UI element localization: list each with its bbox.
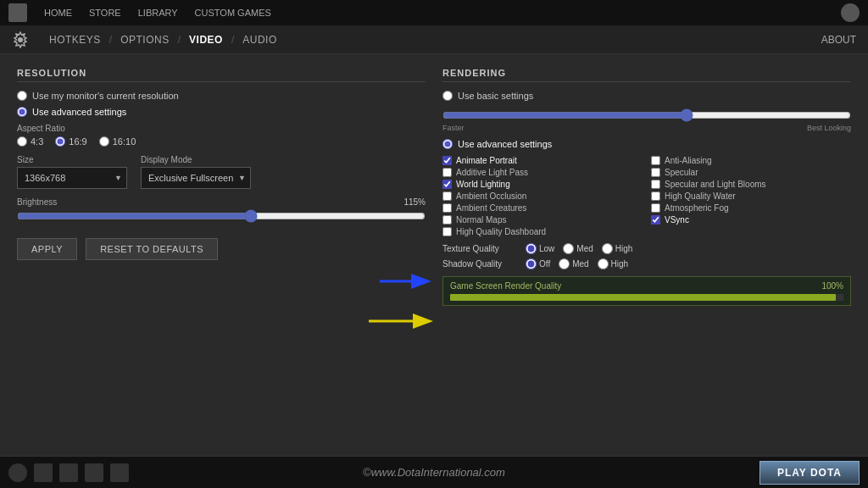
aspect-43-label: 4:3 <box>31 136 43 147</box>
animate-portrait-label: Animate Portrait <box>456 156 517 165</box>
specular-blooms-checkbox[interactable] <box>651 180 660 189</box>
specular-checkbox[interactable] <box>651 168 660 177</box>
brightness-slider[interactable] <box>17 209 426 223</box>
slider-label-right: Best Looking <box>807 124 851 132</box>
texture-med-label: Med <box>576 244 593 253</box>
texture-low-radio[interactable] <box>526 243 537 254</box>
apply-button[interactable]: APPLY <box>17 238 77 260</box>
anti-aliasing-checkbox[interactable] <box>651 156 660 165</box>
resolution-option2-row: Use advanced settings <box>17 107 426 117</box>
display-mode-select[interactable]: Exclusive Fullscreen Windowed Borderless… <box>141 167 251 189</box>
rendering-panel: RENDERING Use basic settings Faster Best… <box>442 68 851 442</box>
checkbox-specular[interactable]: Specular <box>651 168 851 177</box>
top-nav-home[interactable]: HOME <box>44 8 72 18</box>
checkbox-specular-blooms[interactable]: Specular and Light Blooms <box>651 180 851 189</box>
shadow-high[interactable]: High <box>598 258 629 269</box>
world-lighting-checkbox[interactable] <box>442 180 452 189</box>
aspect-169[interactable]: 16:9 <box>55 136 86 147</box>
checkbox-additive-light[interactable]: Additive Light Pass <box>442 168 643 177</box>
use-basic-row: Use basic settings <box>442 91 851 101</box>
nav-options[interactable]: OPTIONS <box>112 34 178 46</box>
shadow-quality-label: Shadow Quality <box>442 259 519 269</box>
high-quality-water-checkbox[interactable] <box>651 191 660 201</box>
nav-about[interactable]: ABOUT <box>821 34 856 46</box>
texture-low-label: Low <box>539 244 554 253</box>
high-quality-dashboard-checkbox[interactable] <box>442 227 452 236</box>
animate-portrait-checkbox[interactable] <box>442 156 452 165</box>
atmospheric-fog-checkbox[interactable] <box>651 203 660 213</box>
resolution-option1-radio[interactable] <box>17 91 27 101</box>
shadow-off-radio[interactable] <box>526 258 537 269</box>
normal-maps-checkbox[interactable] <box>442 215 452 225</box>
texture-med-radio[interactable] <box>563 243 574 254</box>
rendering-quality-slider[interactable] <box>442 112 851 119</box>
nav-video[interactable]: VIDEO <box>181 34 231 46</box>
checkbox-normal-maps[interactable]: Normal Maps <box>442 215 643 225</box>
ambient-occlusion-label: Ambient Occlusion <box>456 191 526 201</box>
checkbox-ambient-occlusion[interactable]: Ambient Occlusion <box>442 191 643 201</box>
aspect-ratio-label: Aspect Ratio <box>17 124 426 133</box>
checkbox-atmospheric-fog[interactable]: Atmospheric Fog <box>651 203 851 213</box>
display-mode-field-group: Display Mode Exclusive Fullscreen Window… <box>141 155 251 189</box>
render-quality-bar-fill <box>450 294 836 301</box>
bottom-icon-2 <box>34 463 53 482</box>
display-mode-label: Display Mode <box>141 155 251 164</box>
brightness-label: Brightness <box>17 197 57 207</box>
texture-low[interactable]: Low <box>526 243 554 254</box>
additive-light-checkbox[interactable] <box>442 168 452 177</box>
nav-audio[interactable]: AUDIO <box>234 34 286 46</box>
high-quality-dashboard-label: High Quality Dashboard <box>456 227 546 236</box>
shadow-med-radio[interactable] <box>559 258 570 269</box>
shadow-quality-options: Off Med High <box>526 258 628 269</box>
display-mode-select-wrapper: Exclusive Fullscreen Windowed Borderless… <box>141 167 251 189</box>
aspect-169-label: 16:9 <box>69 136 86 147</box>
content-area: RESOLUTION Use my monitor's current reso… <box>0 54 868 456</box>
checkbox-anti-aliasing[interactable]: Anti-Aliasing <box>651 156 851 165</box>
checkbox-vsync[interactable]: VSync <box>651 215 851 225</box>
texture-high-radio[interactable] <box>602 243 613 254</box>
resolution-option2-radio[interactable] <box>17 107 27 117</box>
resolution-panel: RESOLUTION Use my monitor's current reso… <box>17 68 426 442</box>
use-basic-radio[interactable] <box>442 91 453 101</box>
render-quality-bar-bg <box>450 294 843 301</box>
resolution-title: RESOLUTION <box>17 68 426 82</box>
use-advanced-radio[interactable] <box>442 139 453 149</box>
size-select[interactable]: 1366x768 1920x1080 1280x720 <box>17 167 127 189</box>
aspect-1610-radio[interactable] <box>99 136 109 147</box>
aspect-43-radio[interactable] <box>17 136 27 147</box>
texture-high[interactable]: High <box>602 243 633 254</box>
aspect-169-radio[interactable] <box>55 136 65 147</box>
additive-light-label: Additive Light Pass <box>456 168 528 177</box>
top-bar: HOME STORE LIBRARY CUSTOM GAMES <box>0 0 868 25</box>
checkbox-high-quality-dashboard[interactable]: High Quality Dashboard <box>442 227 643 236</box>
checkbox-animate-portrait[interactable]: Animate Portrait <box>442 156 643 165</box>
play-dota-button[interactable]: PLAY DOTA <box>760 461 860 485</box>
button-row: APPLY RESET TO DEFAULTS <box>17 238 426 260</box>
render-quality-label: Game Screen Render Quality <box>450 281 561 291</box>
nav-hotkeys[interactable]: HOTKEYS <box>41 34 109 46</box>
shadow-off[interactable]: Off <box>526 258 550 269</box>
vsync-checkbox[interactable] <box>651 215 660 225</box>
reset-button[interactable]: RESET TO DEFAULTS <box>86 238 218 260</box>
texture-med[interactable]: Med <box>563 243 593 254</box>
aspect-1610[interactable]: 16:10 <box>99 136 136 147</box>
top-nav-custom[interactable]: CUSTOM GAMES <box>195 8 271 18</box>
top-nav-library[interactable]: LIBRARY <box>138 8 178 18</box>
ambient-creatures-checkbox[interactable] <box>442 203 452 213</box>
shadow-high-radio[interactable] <box>598 258 609 269</box>
checkbox-ambient-creatures[interactable]: Ambient Creatures <box>442 203 643 213</box>
vsync-label: VSync <box>665 215 689 225</box>
shadow-med[interactable]: Med <box>559 258 588 269</box>
checkbox-high-quality-water[interactable]: High Quality Water <box>651 191 851 201</box>
shadow-quality-row: Shadow Quality Off Med High <box>442 258 851 269</box>
ambient-occlusion-checkbox[interactable] <box>442 191 452 201</box>
normal-maps-label: Normal Maps <box>456 215 506 225</box>
size-field-group: Size 1366x768 1920x1080 1280x720 <box>17 155 127 189</box>
top-nav-store[interactable]: STORE <box>89 8 121 18</box>
use-advanced-label: Use advanced settings <box>458 139 552 149</box>
aspect-43[interactable]: 4:3 <box>17 136 43 147</box>
checkbox-world-lighting[interactable]: World Lighting <box>442 180 643 189</box>
brightness-value: 115% <box>403 197 426 207</box>
avatar <box>8 3 27 22</box>
texture-quality-row: Texture Quality Low Med High <box>442 243 851 254</box>
